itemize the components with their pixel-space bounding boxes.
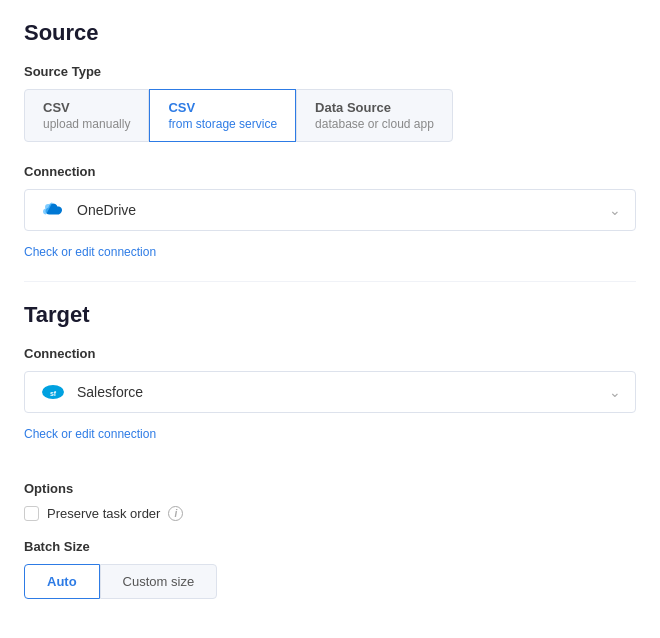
- batch-size-options: Auto Custom size: [24, 564, 636, 599]
- target-title: Target: [24, 302, 636, 328]
- source-check-link[interactable]: Check or edit connection: [24, 245, 156, 259]
- source-connection-group: Connection OneDrive ⌄: [24, 164, 636, 231]
- source-option-csv-storage-title: CSV: [168, 100, 277, 115]
- source-option-data-source-subtitle: database or cloud app: [315, 117, 434, 131]
- target-connection-value: Salesforce: [77, 384, 143, 400]
- target-connection-group: Connection sf Salesforce ⌄: [24, 346, 636, 413]
- target-connection-inner: sf Salesforce: [39, 382, 609, 402]
- source-connection-dropdown[interactable]: OneDrive ⌄: [24, 189, 636, 231]
- options-section: Options Preserve task order i: [24, 481, 636, 521]
- source-option-csv-upload[interactable]: CSV upload manually: [24, 89, 149, 142]
- source-title: Source: [24, 20, 636, 46]
- batch-size-section: Batch Size Auto Custom size: [24, 539, 636, 599]
- target-connection-label: Connection: [24, 346, 636, 361]
- source-type-options: CSV upload manually CSV from storage ser…: [24, 89, 636, 142]
- source-option-csv-upload-subtitle: upload manually: [43, 117, 130, 131]
- source-option-csv-upload-title: CSV: [43, 100, 130, 115]
- preserve-task-order-info-icon[interactable]: i: [168, 506, 183, 521]
- batch-option-custom[interactable]: Custom size: [100, 564, 218, 599]
- preserve-task-order-checkbox[interactable]: [24, 506, 39, 521]
- target-connection-chevron-icon: ⌄: [609, 384, 621, 400]
- section-divider: [24, 281, 636, 282]
- source-option-data-source[interactable]: Data Source database or cloud app: [296, 89, 453, 142]
- source-connection-value: OneDrive: [77, 202, 136, 218]
- svg-text:sf: sf: [50, 390, 57, 397]
- source-connection-inner: OneDrive: [39, 200, 609, 220]
- batch-option-auto[interactable]: Auto: [24, 564, 100, 599]
- options-label: Options: [24, 481, 636, 496]
- source-option-csv-storage-subtitle: from storage service: [168, 117, 277, 131]
- source-connection-label: Connection: [24, 164, 636, 179]
- batch-size-label: Batch Size: [24, 539, 636, 554]
- source-connection-chevron-icon: ⌄: [609, 202, 621, 218]
- preserve-task-order-row: Preserve task order i: [24, 506, 636, 521]
- target-check-link[interactable]: Check or edit connection: [24, 427, 156, 441]
- source-type-group: Source Type CSV upload manually CSV from…: [24, 64, 636, 142]
- onedrive-icon: [39, 200, 67, 220]
- salesforce-icon: sf: [39, 382, 67, 402]
- source-option-csv-storage[interactable]: CSV from storage service: [149, 89, 296, 142]
- source-type-label: Source Type: [24, 64, 636, 79]
- preserve-task-order-label: Preserve task order: [47, 506, 160, 521]
- target-connection-dropdown[interactable]: sf Salesforce ⌄: [24, 371, 636, 413]
- source-option-data-source-title: Data Source: [315, 100, 434, 115]
